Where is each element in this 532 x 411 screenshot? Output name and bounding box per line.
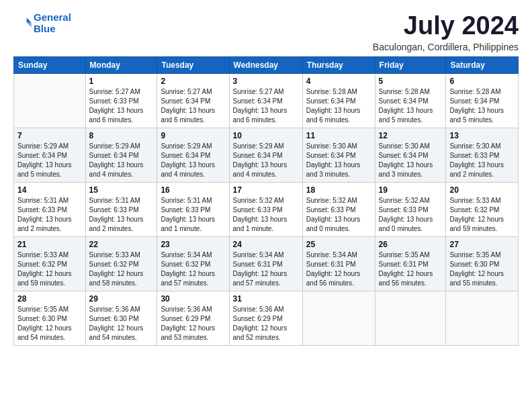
day-number: 13 xyxy=(449,131,515,140)
day-info: Sunrise: 5:33 AM Sunset: 6:32 PM Dayligh… xyxy=(17,250,82,288)
day-header-wednesday: Wednesday xyxy=(229,56,302,73)
calendar-header-row: SundayMondayTuesdayWednesdayThursdayFrid… xyxy=(14,56,519,73)
calendar-cell: 2Sunrise: 5:27 AM Sunset: 6:34 PM Daylig… xyxy=(157,73,229,128)
day-info: Sunrise: 5:28 AM Sunset: 6:34 PM Dayligh… xyxy=(306,87,371,125)
day-info: Sunrise: 5:36 AM Sunset: 6:29 PM Dayligh… xyxy=(161,305,225,342)
day-header-sunday: Sunday xyxy=(14,56,86,73)
calendar-cell: 27Sunrise: 5:35 AM Sunset: 6:30 PM Dayli… xyxy=(446,236,519,291)
day-info: Sunrise: 5:32 AM Sunset: 6:33 PM Dayligh… xyxy=(306,196,371,234)
calendar-week-1: 1Sunrise: 5:27 AM Sunset: 6:33 PM Daylig… xyxy=(14,73,519,128)
calendar-cell: 24Sunrise: 5:34 AM Sunset: 6:31 PM Dayli… xyxy=(229,236,302,291)
calendar-cell: 22Sunrise: 5:33 AM Sunset: 6:32 PM Dayli… xyxy=(85,236,157,291)
day-number: 15 xyxy=(89,185,154,195)
day-number: 22 xyxy=(89,240,154,249)
calendar-cell xyxy=(14,73,86,128)
day-info: Sunrise: 5:34 AM Sunset: 6:31 PM Dayligh… xyxy=(233,250,299,288)
day-number: 8 xyxy=(89,131,154,140)
day-header-friday: Friday xyxy=(375,56,446,73)
day-number: 31 xyxy=(233,294,299,304)
calendar-week-2: 7Sunrise: 5:29 AM Sunset: 6:34 PM Daylig… xyxy=(14,128,519,182)
day-number: 7 xyxy=(17,131,82,140)
calendar-cell: 12Sunrise: 5:30 AM Sunset: 6:34 PM Dayli… xyxy=(375,128,446,182)
day-info: Sunrise: 5:29 AM Sunset: 6:34 PM Dayligh… xyxy=(161,142,225,179)
day-info: Sunrise: 5:31 AM Sunset: 6:33 PM Dayligh… xyxy=(89,196,154,234)
day-header-thursday: Thursday xyxy=(302,56,375,73)
day-info: Sunrise: 5:34 AM Sunset: 6:31 PM Dayligh… xyxy=(306,250,371,288)
day-info: Sunrise: 5:30 AM Sunset: 6:34 PM Dayligh… xyxy=(379,142,443,179)
calendar-page: General Blue July 2024 Baculongan, Cordi… xyxy=(0,0,532,411)
logo-text: General Blue xyxy=(34,12,71,34)
day-number: 28 xyxy=(17,294,82,304)
day-info: Sunrise: 5:35 AM Sunset: 6:31 PM Dayligh… xyxy=(379,250,443,288)
calendar-cell: 11Sunrise: 5:30 AM Sunset: 6:34 PM Dayli… xyxy=(302,128,375,182)
header: General Blue July 2024 Baculongan, Cordi… xyxy=(13,12,519,52)
day-info: Sunrise: 5:29 AM Sunset: 6:34 PM Dayligh… xyxy=(17,142,82,179)
calendar-cell: 15Sunrise: 5:31 AM Sunset: 6:33 PM Dayli… xyxy=(85,182,157,236)
day-number: 11 xyxy=(306,131,371,140)
svg-marker-0 xyxy=(27,17,32,22)
calendar-body: 1Sunrise: 5:27 AM Sunset: 6:33 PM Daylig… xyxy=(14,73,519,345)
calendar-cell: 9Sunrise: 5:29 AM Sunset: 6:34 PM Daylig… xyxy=(157,128,229,182)
day-number: 25 xyxy=(306,240,371,249)
day-info: Sunrise: 5:28 AM Sunset: 6:34 PM Dayligh… xyxy=(449,87,515,125)
day-number: 3 xyxy=(233,77,299,86)
day-number: 26 xyxy=(379,240,443,249)
day-info: Sunrise: 5:32 AM Sunset: 6:33 PM Dayligh… xyxy=(233,196,299,234)
day-info: Sunrise: 5:27 AM Sunset: 6:33 PM Dayligh… xyxy=(89,87,154,125)
svg-marker-1 xyxy=(27,22,32,27)
location-title: Baculongan, Cordillera, Philippines xyxy=(373,42,519,52)
day-header-tuesday: Tuesday xyxy=(157,56,229,73)
calendar-cell: 4Sunrise: 5:28 AM Sunset: 6:34 PM Daylig… xyxy=(302,73,375,128)
day-number: 9 xyxy=(161,131,225,140)
calendar-cell: 8Sunrise: 5:29 AM Sunset: 6:34 PM Daylig… xyxy=(85,128,157,182)
day-number: 1 xyxy=(89,77,154,86)
logo-icon xyxy=(13,14,32,33)
day-number: 19 xyxy=(379,185,443,195)
day-info: Sunrise: 5:33 AM Sunset: 6:32 PM Dayligh… xyxy=(89,250,154,288)
day-header-monday: Monday xyxy=(85,56,157,73)
calendar-cell: 7Sunrise: 5:29 AM Sunset: 6:34 PM Daylig… xyxy=(14,128,86,182)
day-number: 17 xyxy=(233,185,299,195)
day-number: 30 xyxy=(161,294,225,304)
calendar-cell: 13Sunrise: 5:30 AM Sunset: 6:33 PM Dayli… xyxy=(446,128,519,182)
calendar-cell: 1Sunrise: 5:27 AM Sunset: 6:33 PM Daylig… xyxy=(85,73,157,128)
calendar-cell: 5Sunrise: 5:28 AM Sunset: 6:34 PM Daylig… xyxy=(375,73,446,128)
calendar-cell: 30Sunrise: 5:36 AM Sunset: 6:29 PM Dayli… xyxy=(157,291,229,345)
day-info: Sunrise: 5:29 AM Sunset: 6:34 PM Dayligh… xyxy=(233,142,299,179)
day-number: 21 xyxy=(17,240,82,249)
calendar-week-4: 21Sunrise: 5:33 AM Sunset: 6:32 PM Dayli… xyxy=(14,236,519,291)
day-info: Sunrise: 5:32 AM Sunset: 6:33 PM Dayligh… xyxy=(379,196,443,234)
calendar-cell: 26Sunrise: 5:35 AM Sunset: 6:31 PM Dayli… xyxy=(375,236,446,291)
logo: General Blue xyxy=(13,12,71,34)
day-info: Sunrise: 5:34 AM Sunset: 6:32 PM Dayligh… xyxy=(161,250,225,288)
calendar-cell: 18Sunrise: 5:32 AM Sunset: 6:33 PM Dayli… xyxy=(302,182,375,236)
title-block: July 2024 Baculongan, Cordillera, Philip… xyxy=(373,12,519,52)
calendar-week-3: 14Sunrise: 5:31 AM Sunset: 6:33 PM Dayli… xyxy=(14,182,519,236)
calendar-cell: 31Sunrise: 5:36 AM Sunset: 6:29 PM Dayli… xyxy=(229,291,302,345)
day-number: 23 xyxy=(161,240,225,249)
calendar-cell: 19Sunrise: 5:32 AM Sunset: 6:33 PM Dayli… xyxy=(375,182,446,236)
calendar-table: SundayMondayTuesdayWednesdayThursdayFrid… xyxy=(13,56,519,346)
calendar-cell: 20Sunrise: 5:33 AM Sunset: 6:32 PM Dayli… xyxy=(446,182,519,236)
day-info: Sunrise: 5:29 AM Sunset: 6:34 PM Dayligh… xyxy=(89,142,154,179)
day-info: Sunrise: 5:33 AM Sunset: 6:32 PM Dayligh… xyxy=(449,196,515,234)
day-info: Sunrise: 5:27 AM Sunset: 6:34 PM Dayligh… xyxy=(233,87,299,125)
calendar-cell: 16Sunrise: 5:31 AM Sunset: 6:33 PM Dayli… xyxy=(157,182,229,236)
day-info: Sunrise: 5:31 AM Sunset: 6:33 PM Dayligh… xyxy=(17,196,82,234)
calendar-cell: 14Sunrise: 5:31 AM Sunset: 6:33 PM Dayli… xyxy=(14,182,86,236)
day-info: Sunrise: 5:35 AM Sunset: 6:30 PM Dayligh… xyxy=(17,305,82,342)
day-number: 18 xyxy=(306,185,371,195)
day-number: 2 xyxy=(161,77,225,86)
day-number: 20 xyxy=(449,185,515,195)
day-info: Sunrise: 5:28 AM Sunset: 6:34 PM Dayligh… xyxy=(379,87,443,125)
calendar-cell: 25Sunrise: 5:34 AM Sunset: 6:31 PM Dayli… xyxy=(302,236,375,291)
calendar-cell: 17Sunrise: 5:32 AM Sunset: 6:33 PM Dayli… xyxy=(229,182,302,236)
calendar-cell: 10Sunrise: 5:29 AM Sunset: 6:34 PM Dayli… xyxy=(229,128,302,182)
calendar-cell xyxy=(375,291,446,345)
calendar-cell: 6Sunrise: 5:28 AM Sunset: 6:34 PM Daylig… xyxy=(446,73,519,128)
day-info: Sunrise: 5:27 AM Sunset: 6:34 PM Dayligh… xyxy=(161,87,225,125)
calendar-cell: 23Sunrise: 5:34 AM Sunset: 6:32 PM Dayli… xyxy=(157,236,229,291)
day-number: 27 xyxy=(449,240,515,249)
day-info: Sunrise: 5:35 AM Sunset: 6:30 PM Dayligh… xyxy=(449,250,515,288)
day-number: 16 xyxy=(161,185,225,195)
